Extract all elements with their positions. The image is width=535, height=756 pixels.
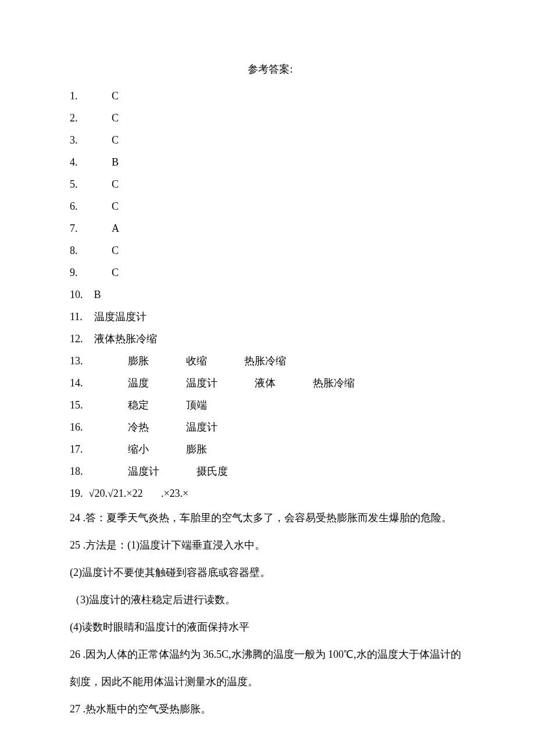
answer-line: 9.C	[70, 267, 471, 278]
answer-number: 1.	[70, 91, 86, 101]
answer-number: 7.	[70, 223, 86, 234]
answer-value: 摄氏度	[197, 465, 228, 477]
answer-number: 11.	[70, 311, 86, 322]
answer-number: 15.	[70, 400, 86, 410]
answer-value: 收缩	[186, 355, 207, 367]
answer-number: 3.	[70, 135, 86, 145]
answer-number: 26	[70, 648, 80, 660]
answer-line: 6.C	[70, 201, 471, 212]
answer-text: .热水瓶中的空气受热膨胀。	[83, 703, 212, 715]
answer-number: 6.	[70, 201, 86, 212]
answer-line: 16.冷热温度计	[70, 422, 471, 432]
answer-value: C	[112, 245, 119, 256]
answer-19: 19. √20.√21.×22 .×23.×	[70, 488, 471, 499]
answer-value: B	[94, 289, 101, 300]
answer-27: 27 .热水瓶中的空气受热膨胀。	[70, 701, 471, 717]
answer-line: 12. 液体热胀冷缩	[70, 334, 471, 344]
answer-text: .方法是：(1)温度计下端垂直浸入水中。	[83, 539, 266, 551]
answer-value: 温度计	[186, 377, 217, 389]
answer-value: 温度	[128, 377, 149, 389]
answer-25-lead: 25 .方法是：(1)温度计下端垂直浸入水中。	[70, 538, 471, 553]
answer-26-line-1: 26 .因为人体的正常体温约为 36.5C,水沸腾的温度一般为 100℃,水的温…	[70, 647, 471, 662]
answer-line: 1.C	[70, 91, 471, 101]
answer-value: 热胀冷缩	[244, 355, 286, 367]
answer-value: 稳定	[128, 399, 149, 411]
answer-value: C	[112, 112, 119, 124]
answer-number: 9.	[70, 267, 86, 278]
answer-25-step-4: (4)读数时眼睛和温度计的液面保持水平	[70, 619, 471, 635]
answer-number: 24	[70, 512, 80, 524]
answer-value: C	[112, 200, 119, 212]
answer-value: 膨胀	[186, 443, 207, 455]
answer-value: 液体	[255, 377, 276, 389]
answer-value: 膨胀	[128, 355, 149, 367]
answer-number: 18.	[70, 466, 86, 476]
answer-number: 8.	[70, 245, 86, 256]
answer-25-step-3: （3)温度计的液柱稳定后进行读数。	[70, 592, 471, 608]
answer-value: √20.√21.×22 .×23.×	[89, 488, 189, 499]
answer-number: 5.	[70, 179, 86, 189]
answer-value: A	[112, 223, 119, 234]
answer-number: 27	[70, 703, 80, 715]
answer-25-step-2: (2)温度计不要使其触碰到容器底或容器壁。	[70, 565, 471, 581]
answer-line: 13.膨胀收缩热胀冷缩	[70, 356, 471, 366]
page-title: 参考答案:	[70, 64, 471, 74]
answer-text: .答：夏季天气炎热，车胎里的空气太多了，会容易受热膨胀而发生爆胎的危险。	[83, 512, 452, 524]
answer-line: 10. B	[70, 289, 471, 300]
answer-26-line-2: 刻度，因此不能用体温计测量水的温度。	[70, 674, 471, 690]
answer-value: 温度计	[186, 421, 217, 433]
answer-value: C	[112, 178, 119, 190]
answer-value: 缩小	[128, 443, 149, 455]
answer-line: 11. 温度温度计	[70, 311, 471, 322]
answer-line: 5.C	[70, 179, 471, 189]
answer-list: 1.C2.C3.C4.B5.C6.C7.A8.C9.C10. B11. 温度温度…	[70, 91, 471, 476]
answer-value: 冷热	[128, 421, 149, 433]
answer-number: 2.	[70, 113, 86, 123]
answer-line: 18.温度计摄氏度	[70, 466, 471, 476]
answer-value: 热胀冷缩	[313, 377, 355, 389]
answer-value: C	[112, 134, 119, 146]
answer-value: 温度计	[128, 465, 159, 477]
answer-number: 25	[70, 539, 80, 551]
answer-number: 17.	[70, 444, 86, 454]
answer-24: 24 .答：夏季天气炎热，车胎里的空气太多了，会容易受热膨胀而发生爆胎的危险。	[70, 510, 471, 526]
answer-line: 15.稳定顶端	[70, 400, 471, 410]
answer-number: 10.	[70, 289, 86, 300]
answer-line: 4.B	[70, 157, 471, 167]
answer-number: 12.	[70, 334, 86, 344]
answer-value: 顶端	[186, 399, 207, 411]
answer-value: 温度温度计	[94, 311, 147, 323]
answer-number: 19.	[70, 488, 86, 499]
answer-text: .因为人体的正常体温约为 36.5C,水沸腾的温度一般为 100℃,水的温度大于…	[83, 648, 461, 660]
answer-number: 16.	[70, 422, 86, 432]
answer-value: C	[112, 90, 119, 102]
answer-line: 8.C	[70, 245, 471, 256]
answer-number: 13.	[70, 356, 86, 366]
answer-number: 4.	[70, 157, 86, 167]
answer-line: 7.A	[70, 223, 471, 234]
answer-value: C	[112, 267, 119, 278]
answer-key-page: 参考答案: 1.C2.C3.C4.B5.C6.C7.A8.C9.C10. B11…	[0, 0, 535, 756]
answer-value: 液体热胀冷缩	[94, 333, 157, 345]
answer-number: 14.	[70, 378, 86, 388]
answer-line: 3.C	[70, 135, 471, 145]
answer-line: 2.C	[70, 113, 471, 123]
answer-value: B	[112, 156, 119, 168]
answer-line: 14.温度温度计液体热胀冷缩	[70, 378, 471, 388]
answer-line: 17.缩小膨胀	[70, 444, 471, 454]
